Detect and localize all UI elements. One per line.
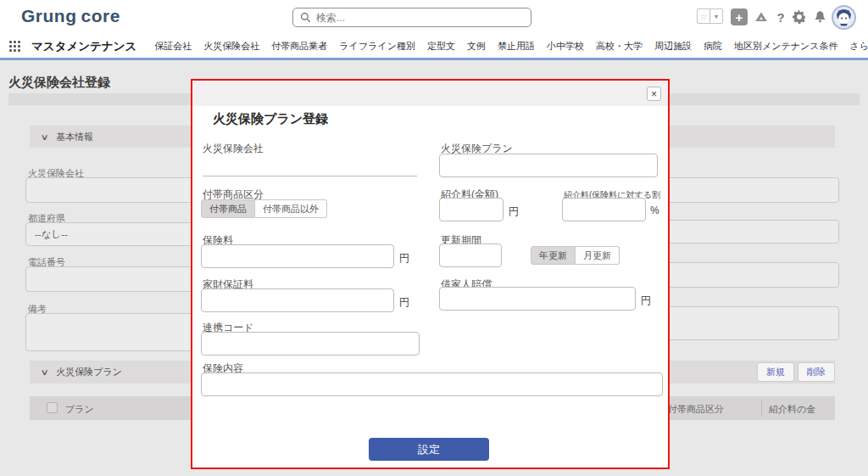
nav-item-kinshiyougo[interactable]: 禁止用語 (498, 40, 535, 53)
nav-item-byouin[interactable]: 病院 (704, 40, 722, 53)
select-all-checkbox[interactable] (47, 402, 58, 413)
renter-liability-input[interactable] (439, 287, 636, 311)
household-unit: 円 (399, 295, 409, 310)
close-icon: × (651, 89, 657, 99)
app-nav-bar: マスタメンテナンス 保証会社 火災保険会社 付帯商品業者 ライフライン種別 定型… (0, 35, 868, 60)
insurance-content-input[interactable] (201, 372, 663, 396)
nav-item-chikubetsu-maintenance[interactable]: 地区別メンテナンス条件 (734, 40, 838, 53)
fire-insurance-plan-modal: × 火災保険プラン登録 火災保険会社 火災保険プラン 付帯商品区分 付帯商品 付… (191, 79, 670, 469)
referral-rate-unit: % (650, 204, 659, 216)
renewal-toggle: 年更新 月更新 (531, 246, 620, 265)
app-screen: Grungcore ☆ ▼ + ? (0, 0, 868, 476)
mountain-icon (753, 8, 770, 25)
top-header: Grungcore ☆ ▼ + ? (0, 0, 868, 35)
nav-item-shochugakkou[interactable]: 小中学校 (547, 40, 584, 53)
new-button[interactable]: 新規 (757, 362, 794, 382)
product-type-toggle: 付帯商品 付帯商品以外 (201, 199, 327, 218)
column-header-product-type[interactable]: 付帯商品区分 (668, 403, 724, 416)
notifications-button[interactable] (811, 8, 828, 25)
modal-title: 火災保険プラン登録 (213, 111, 328, 127)
favorites-dropdown-button[interactable]: ▼ (710, 8, 723, 24)
referral-rate-input[interactable] (562, 198, 646, 221)
column-header-plan[interactable]: プラン (65, 403, 94, 416)
chevron-down-icon: ∨ (41, 132, 49, 142)
bg-prefecture-value: --なし-- (35, 228, 68, 241)
renewal-option-monthly[interactable]: 月更新 (576, 246, 620, 265)
column-header-referral-amount[interactable]: 紹介料の金 (769, 403, 815, 416)
plus-icon: + (736, 11, 743, 24)
submit-button[interactable]: 設定 (369, 438, 489, 461)
plan-input[interactable] (439, 154, 658, 177)
referral-amount-input[interactable] (439, 198, 504, 221)
gear-icon (792, 9, 807, 25)
renewal-input[interactable] (439, 244, 502, 267)
household-input[interactable] (201, 288, 394, 312)
guidance-button[interactable] (753, 8, 770, 25)
logo[interactable]: Grungcore (21, 6, 120, 26)
setup-button[interactable] (791, 8, 808, 25)
premium-input[interactable] (201, 244, 394, 268)
nav-item-koukoudaigaku[interactable]: 高校・大学 (596, 40, 643, 53)
nav-item-shuhenshisetsu[interactable]: 周辺施設 (654, 40, 692, 53)
nav-item-kasaihokengaisya[interactable]: 火災保険会社 (203, 40, 259, 53)
logo-part2: core (81, 6, 120, 25)
modal-close-button[interactable]: × (647, 87, 661, 101)
renewal-option-yearly[interactable]: 年更新 (531, 246, 576, 265)
premium-unit: 円 (399, 251, 409, 266)
nav-item-lifeline-shubetsu[interactable]: ライフライン種別 (339, 40, 415, 53)
product-type-option-futai[interactable]: 付帯商品 (201, 199, 255, 218)
delete-button[interactable]: 削除 (798, 362, 835, 382)
user-avatar[interactable] (832, 5, 856, 30)
section-plan-title: 火災保険プラン (56, 366, 122, 378)
section-basic-info-title: 基本情報 (56, 131, 93, 143)
referral-amount-unit: 円 (509, 204, 519, 219)
bell-icon (813, 9, 827, 25)
page-title: 火災保険会社登録 (8, 75, 110, 91)
column-divider (761, 400, 762, 417)
star-icon: ☆ (700, 12, 708, 21)
search-icon (300, 12, 311, 23)
company-field[interactable] (203, 147, 417, 176)
question-icon: ? (776, 10, 784, 25)
nav-item-bunrei[interactable]: 文例 (467, 40, 486, 53)
modal-header-bar (192, 81, 668, 106)
nav-more-button[interactable]: さらに表示▼ (849, 40, 868, 53)
logo-part1: Grung (21, 6, 77, 25)
product-type-option-futai-igai[interactable]: 付帯商品以外 (255, 199, 327, 218)
global-search[interactable] (292, 8, 531, 27)
chevron-down-icon: ▼ (714, 14, 720, 20)
nav-items: 保証会社 火災保険会社 付帯商品業者 ライフライン種別 定型文 文例 禁止用語 … (154, 40, 868, 53)
help-button[interactable]: ? (774, 8, 787, 25)
quick-add-button[interactable]: + (731, 8, 748, 25)
nav-item-teikeibun[interactable]: 定型文 (427, 40, 455, 53)
renter-liability-unit: 円 (641, 294, 651, 308)
nav-more-label: さらに表示 (849, 40, 868, 53)
avatar-character-icon (833, 7, 854, 28)
search-input[interactable] (316, 12, 524, 24)
favorites-button[interactable]: ☆ (697, 8, 710, 24)
app-launcher-icon[interactable] (9, 41, 20, 53)
link-code-input[interactable] (201, 332, 420, 356)
nav-item-hosyogaisya[interactable]: 保証会社 (154, 40, 192, 53)
chevron-down-icon: ∨ (41, 367, 49, 377)
nav-item-futaishohingyosha[interactable]: 付帯商品業者 (271, 40, 327, 53)
current-app-name[interactable]: マスタメンテナンス (31, 39, 136, 54)
